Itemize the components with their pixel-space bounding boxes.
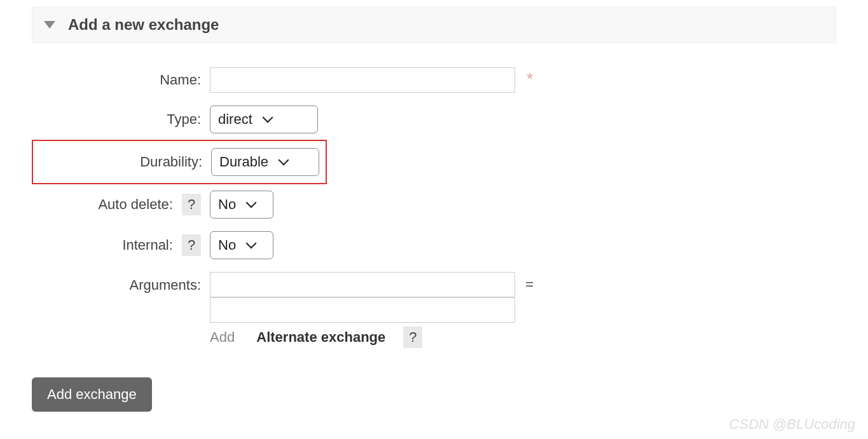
argument-value-input[interactable]: [210, 297, 515, 323]
required-mark: *: [527, 69, 533, 88]
type-label: Type:: [167, 111, 201, 127]
watermark: CSDN @BLUcoding: [729, 416, 855, 418]
auto-delete-select[interactable]: No: [210, 191, 273, 219]
internal-help-icon[interactable]: ?: [182, 234, 201, 256]
internal-select[interactable]: No: [210, 231, 273, 259]
internal-value: No: [218, 237, 236, 253]
argument-key-input[interactable]: [210, 272, 515, 297]
name-input[interactable]: [210, 67, 515, 93]
add-exchange-form: Name: * Type: direct Durability:: [32, 61, 836, 355]
type-select[interactable]: direct: [210, 105, 318, 133]
equals-sign: =: [525, 276, 534, 292]
auto-delete-value: No: [218, 196, 236, 213]
arguments-label: Arguments:: [130, 277, 202, 293]
durability-label: Durability:: [140, 154, 202, 170]
durability-highlight: Durability: Durable: [32, 140, 327, 184]
durability-select[interactable]: Durable: [211, 148, 319, 176]
name-label: Name:: [160, 72, 201, 88]
section-header[interactable]: Add a new exchange: [32, 6, 836, 43]
chevron-down-icon: [246, 238, 257, 249]
add-argument-link[interactable]: Add: [210, 329, 235, 345]
alternate-exchange-link[interactable]: Alternate exchange: [256, 329, 385, 345]
chevron-down-icon: [262, 112, 273, 123]
add-exchange-button[interactable]: Add exchange: [32, 377, 152, 412]
caret-down-icon: [44, 21, 55, 29]
auto-delete-help-icon[interactable]: ?: [182, 194, 201, 215]
alternate-exchange-help-icon[interactable]: ?: [403, 327, 422, 348]
chevron-down-icon: [246, 198, 257, 208]
auto-delete-label: Auto delete:: [98, 196, 172, 212]
durability-value: Durable: [219, 154, 268, 170]
chevron-down-icon: [279, 155, 289, 166]
internal-label: Internal:: [122, 237, 173, 253]
section-title: Add a new exchange: [68, 16, 219, 34]
type-value: direct: [218, 111, 252, 128]
